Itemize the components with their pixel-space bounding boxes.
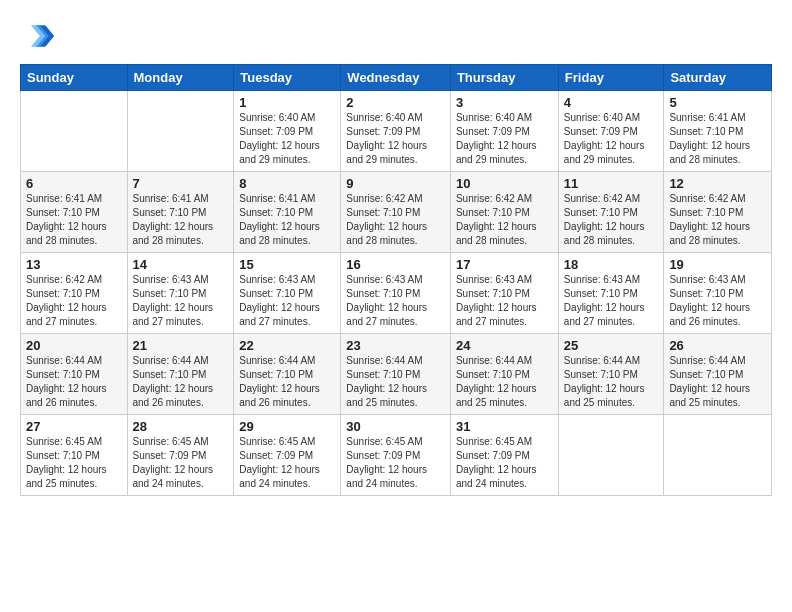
- calendar-week-4: 20Sunrise: 6:44 AM Sunset: 7:10 PM Dayli…: [21, 334, 772, 415]
- weekday-header-thursday: Thursday: [450, 65, 558, 91]
- calendar-week-2: 6Sunrise: 6:41 AM Sunset: 7:10 PM Daylig…: [21, 172, 772, 253]
- day-number: 12: [669, 176, 766, 191]
- day-number: 31: [456, 419, 553, 434]
- day-number: 9: [346, 176, 445, 191]
- calendar-cell: 1Sunrise: 6:40 AM Sunset: 7:09 PM Daylig…: [234, 91, 341, 172]
- day-info: Sunrise: 6:45 AM Sunset: 7:10 PM Dayligh…: [26, 435, 122, 491]
- day-info: Sunrise: 6:43 AM Sunset: 7:10 PM Dayligh…: [346, 273, 445, 329]
- calendar-cell: 4Sunrise: 6:40 AM Sunset: 7:09 PM Daylig…: [558, 91, 664, 172]
- day-info: Sunrise: 6:43 AM Sunset: 7:10 PM Dayligh…: [133, 273, 229, 329]
- calendar-cell: 29Sunrise: 6:45 AM Sunset: 7:09 PM Dayli…: [234, 415, 341, 496]
- day-number: 24: [456, 338, 553, 353]
- day-info: Sunrise: 6:45 AM Sunset: 7:09 PM Dayligh…: [133, 435, 229, 491]
- day-number: 28: [133, 419, 229, 434]
- calendar-cell: [127, 91, 234, 172]
- weekday-header-friday: Friday: [558, 65, 664, 91]
- calendar-cell: 19Sunrise: 6:43 AM Sunset: 7:10 PM Dayli…: [664, 253, 772, 334]
- calendar-cell: 3Sunrise: 6:40 AM Sunset: 7:09 PM Daylig…: [450, 91, 558, 172]
- day-info: Sunrise: 6:43 AM Sunset: 7:10 PM Dayligh…: [669, 273, 766, 329]
- calendar-cell: 21Sunrise: 6:44 AM Sunset: 7:10 PM Dayli…: [127, 334, 234, 415]
- calendar-cell: 13Sunrise: 6:42 AM Sunset: 7:10 PM Dayli…: [21, 253, 128, 334]
- weekday-header-monday: Monday: [127, 65, 234, 91]
- day-number: 25: [564, 338, 659, 353]
- calendar-cell: 10Sunrise: 6:42 AM Sunset: 7:10 PM Dayli…: [450, 172, 558, 253]
- day-info: Sunrise: 6:41 AM Sunset: 7:10 PM Dayligh…: [669, 111, 766, 167]
- day-info: Sunrise: 6:44 AM Sunset: 7:10 PM Dayligh…: [456, 354, 553, 410]
- calendar-cell: 16Sunrise: 6:43 AM Sunset: 7:10 PM Dayli…: [341, 253, 451, 334]
- page: SundayMondayTuesdayWednesdayThursdayFrid…: [0, 0, 792, 612]
- weekday-header-wednesday: Wednesday: [341, 65, 451, 91]
- calendar-cell: 26Sunrise: 6:44 AM Sunset: 7:10 PM Dayli…: [664, 334, 772, 415]
- day-number: 3: [456, 95, 553, 110]
- calendar-cell: 17Sunrise: 6:43 AM Sunset: 7:10 PM Dayli…: [450, 253, 558, 334]
- day-number: 13: [26, 257, 122, 272]
- day-info: Sunrise: 6:45 AM Sunset: 7:09 PM Dayligh…: [456, 435, 553, 491]
- calendar-cell: 8Sunrise: 6:41 AM Sunset: 7:10 PM Daylig…: [234, 172, 341, 253]
- day-number: 10: [456, 176, 553, 191]
- day-info: Sunrise: 6:41 AM Sunset: 7:10 PM Dayligh…: [239, 192, 335, 248]
- calendar-cell: 2Sunrise: 6:40 AM Sunset: 7:09 PM Daylig…: [341, 91, 451, 172]
- calendar-cell: [558, 415, 664, 496]
- calendar-cell: 25Sunrise: 6:44 AM Sunset: 7:10 PM Dayli…: [558, 334, 664, 415]
- logo: [20, 18, 60, 54]
- calendar-week-1: 1Sunrise: 6:40 AM Sunset: 7:09 PM Daylig…: [21, 91, 772, 172]
- day-number: 15: [239, 257, 335, 272]
- calendar-cell: 12Sunrise: 6:42 AM Sunset: 7:10 PM Dayli…: [664, 172, 772, 253]
- day-info: Sunrise: 6:45 AM Sunset: 7:09 PM Dayligh…: [239, 435, 335, 491]
- day-number: 18: [564, 257, 659, 272]
- calendar-week-5: 27Sunrise: 6:45 AM Sunset: 7:10 PM Dayli…: [21, 415, 772, 496]
- day-number: 26: [669, 338, 766, 353]
- day-number: 17: [456, 257, 553, 272]
- calendar-cell: 14Sunrise: 6:43 AM Sunset: 7:10 PM Dayli…: [127, 253, 234, 334]
- day-number: 8: [239, 176, 335, 191]
- day-number: 23: [346, 338, 445, 353]
- day-number: 29: [239, 419, 335, 434]
- calendar-cell: 20Sunrise: 6:44 AM Sunset: 7:10 PM Dayli…: [21, 334, 128, 415]
- day-number: 11: [564, 176, 659, 191]
- calendar-cell: 23Sunrise: 6:44 AM Sunset: 7:10 PM Dayli…: [341, 334, 451, 415]
- day-info: Sunrise: 6:42 AM Sunset: 7:10 PM Dayligh…: [669, 192, 766, 248]
- day-info: Sunrise: 6:42 AM Sunset: 7:10 PM Dayligh…: [346, 192, 445, 248]
- day-info: Sunrise: 6:42 AM Sunset: 7:10 PM Dayligh…: [456, 192, 553, 248]
- calendar-cell: 11Sunrise: 6:42 AM Sunset: 7:10 PM Dayli…: [558, 172, 664, 253]
- calendar-cell: 7Sunrise: 6:41 AM Sunset: 7:10 PM Daylig…: [127, 172, 234, 253]
- calendar-cell: 6Sunrise: 6:41 AM Sunset: 7:10 PM Daylig…: [21, 172, 128, 253]
- day-info: Sunrise: 6:41 AM Sunset: 7:10 PM Dayligh…: [133, 192, 229, 248]
- day-info: Sunrise: 6:43 AM Sunset: 7:10 PM Dayligh…: [239, 273, 335, 329]
- weekday-header-saturday: Saturday: [664, 65, 772, 91]
- day-info: Sunrise: 6:42 AM Sunset: 7:10 PM Dayligh…: [564, 192, 659, 248]
- day-info: Sunrise: 6:44 AM Sunset: 7:10 PM Dayligh…: [26, 354, 122, 410]
- weekday-header-tuesday: Tuesday: [234, 65, 341, 91]
- day-number: 1: [239, 95, 335, 110]
- weekday-header-sunday: Sunday: [21, 65, 128, 91]
- logo-icon: [20, 18, 56, 54]
- calendar-cell: 31Sunrise: 6:45 AM Sunset: 7:09 PM Dayli…: [450, 415, 558, 496]
- calendar-cell: 22Sunrise: 6:44 AM Sunset: 7:10 PM Dayli…: [234, 334, 341, 415]
- calendar-cell: [664, 415, 772, 496]
- day-number: 27: [26, 419, 122, 434]
- day-info: Sunrise: 6:40 AM Sunset: 7:09 PM Dayligh…: [456, 111, 553, 167]
- day-info: Sunrise: 6:45 AM Sunset: 7:09 PM Dayligh…: [346, 435, 445, 491]
- weekday-header-row: SundayMondayTuesdayWednesdayThursdayFrid…: [21, 65, 772, 91]
- day-number: 16: [346, 257, 445, 272]
- calendar-cell: [21, 91, 128, 172]
- calendar-table: SundayMondayTuesdayWednesdayThursdayFrid…: [20, 64, 772, 496]
- day-info: Sunrise: 6:40 AM Sunset: 7:09 PM Dayligh…: [239, 111, 335, 167]
- day-info: Sunrise: 6:42 AM Sunset: 7:10 PM Dayligh…: [26, 273, 122, 329]
- calendar-cell: 9Sunrise: 6:42 AM Sunset: 7:10 PM Daylig…: [341, 172, 451, 253]
- calendar-cell: 27Sunrise: 6:45 AM Sunset: 7:10 PM Dayli…: [21, 415, 128, 496]
- day-info: Sunrise: 6:43 AM Sunset: 7:10 PM Dayligh…: [456, 273, 553, 329]
- day-info: Sunrise: 6:44 AM Sunset: 7:10 PM Dayligh…: [564, 354, 659, 410]
- day-info: Sunrise: 6:41 AM Sunset: 7:10 PM Dayligh…: [26, 192, 122, 248]
- day-number: 19: [669, 257, 766, 272]
- day-number: 7: [133, 176, 229, 191]
- calendar-week-3: 13Sunrise: 6:42 AM Sunset: 7:10 PM Dayli…: [21, 253, 772, 334]
- day-number: 4: [564, 95, 659, 110]
- calendar-cell: 24Sunrise: 6:44 AM Sunset: 7:10 PM Dayli…: [450, 334, 558, 415]
- day-info: Sunrise: 6:44 AM Sunset: 7:10 PM Dayligh…: [239, 354, 335, 410]
- day-number: 6: [26, 176, 122, 191]
- day-info: Sunrise: 6:40 AM Sunset: 7:09 PM Dayligh…: [564, 111, 659, 167]
- calendar-cell: 18Sunrise: 6:43 AM Sunset: 7:10 PM Dayli…: [558, 253, 664, 334]
- day-info: Sunrise: 6:43 AM Sunset: 7:10 PM Dayligh…: [564, 273, 659, 329]
- calendar-cell: 30Sunrise: 6:45 AM Sunset: 7:09 PM Dayli…: [341, 415, 451, 496]
